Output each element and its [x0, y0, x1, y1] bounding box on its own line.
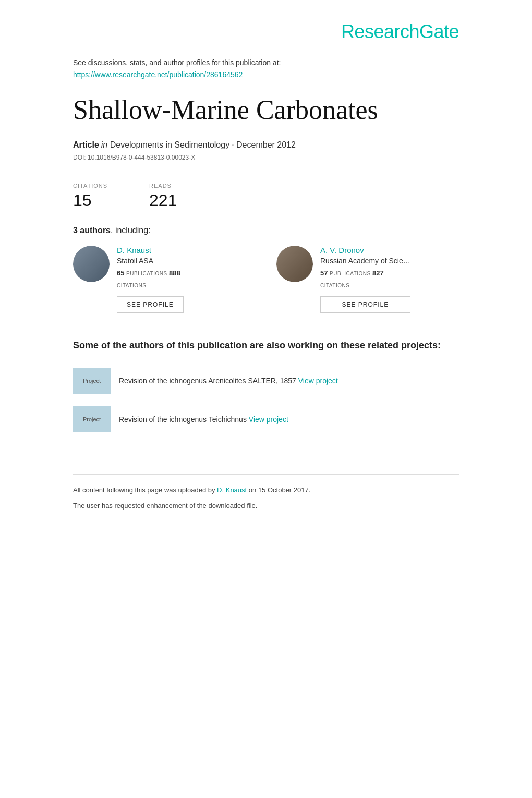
related-projects-section: Some of the authors of this publication … [73, 339, 459, 432]
project-text-2: Revision of the ichnogenus Teichichnus V… [119, 414, 288, 425]
authors-grid: D. Knaust Statoil ASA 65 PUBLICATIONS 88… [73, 246, 459, 313]
author-pub-label-1: PUBLICATIONS [126, 271, 169, 276]
intro-section: See discussions, stats, and author profi… [73, 58, 459, 79]
author-cite-row-1: CITATIONS [117, 281, 184, 289]
author-name-2[interactable]: A. V. Dronov [320, 246, 410, 255]
stats-row: CITATIONS 15 READS 221 [73, 183, 459, 210]
author-avatar-2 [276, 246, 313, 282]
authors-suffix: , including: [111, 226, 151, 235]
footer: All content following this page was uplo… [73, 474, 459, 511]
researchgate-logo: ResearchGate [341, 21, 459, 42]
author-stats-1: 65 PUBLICATIONS 888 [117, 269, 184, 277]
author-cite-label-2: CITATIONS [320, 283, 349, 288]
footer-upload-date: on 15 October 2017. [249, 486, 311, 494]
avatar-image-1 [73, 246, 110, 282]
project-text-1: Revision of the ichnogenus Arenicolites … [119, 376, 338, 386]
project-item-2: Project Revision of the ichnogenus Teich… [73, 406, 459, 432]
author-cite-count-2: 827 [372, 269, 384, 277]
author-avatar-1 [73, 246, 110, 282]
footer-upload-text: All content following this page was uplo… [73, 486, 215, 494]
doi-text: DOI: 10.1016/B978-0-444-53813-0.00023-X [73, 154, 459, 161]
author-cite-row-2: CITATIONS [320, 281, 410, 289]
citations-value: 15 [73, 191, 107, 210]
author-card-2: A. V. Dronov Russian Academy of Scie… 57… [276, 246, 459, 313]
author-pub-count-2: 57 [320, 269, 328, 277]
citations-label: CITATIONS [73, 183, 107, 189]
author-info-2: A. V. Dronov Russian Academy of Scie… 57… [320, 246, 410, 313]
project-desc-1: Revision of the ichnogenus Arenicolites … [119, 377, 296, 385]
project-link-1[interactable]: View project [298, 377, 338, 385]
author-stats-2: 57 PUBLICATIONS 827 [320, 269, 410, 277]
article-date-value: December 2012 [236, 140, 296, 149]
authors-count: 3 authors [73, 226, 111, 235]
article-journal: Developments in Sedimentology [110, 140, 229, 149]
author-pub-count-1: 65 [117, 269, 124, 277]
article-in: in [101, 140, 110, 149]
reads-value: 221 [149, 191, 177, 210]
author-info-1: D. Knaust Statoil ASA 65 PUBLICATIONS 88… [117, 246, 184, 313]
paper-title: Shallow-Marine Carbonates [73, 95, 459, 125]
project-item-1: Project Revision of the ichnogenus Areni… [73, 368, 459, 394]
project-badge-1: Project [73, 368, 111, 394]
author-cite-count-1: 888 [169, 269, 180, 277]
intro-text: See discussions, stats, and author profi… [73, 58, 459, 67]
projects-list: Project Revision of the ichnogenus Areni… [73, 368, 459, 432]
divider-1 [73, 172, 459, 172]
article-meta: Article in Developments in Sedimentology… [73, 140, 459, 150]
reads-block: READS 221 [149, 183, 177, 210]
article-date: · [232, 140, 236, 149]
related-projects-heading: Some of the authors of this publication … [73, 339, 459, 352]
reads-label: READS [149, 183, 177, 189]
citations-block: CITATIONS 15 [73, 183, 107, 210]
author-cite-label-1: CITATIONS [117, 283, 146, 288]
avatar-image-2 [276, 246, 313, 282]
project-link-2[interactable]: View project [249, 415, 288, 424]
footer-upload-line: All content following this page was uplo… [73, 485, 459, 495]
author-card-1: D. Knaust Statoil ASA 65 PUBLICATIONS 88… [73, 246, 256, 313]
see-profile-button-1[interactable]: SEE PROFILE [117, 296, 184, 313]
see-profile-button-2[interactable]: SEE PROFILE [320, 296, 410, 313]
article-type: Article [73, 140, 99, 149]
project-badge-2: Project [73, 406, 111, 432]
author-affiliation-2: Russian Academy of Scie… [320, 257, 410, 265]
project-desc-2: Revision of the ichnogenus Teichichnus [119, 415, 247, 424]
author-pub-label-2: PUBLICATIONS [330, 271, 372, 276]
publication-link[interactable]: https://www.researchgate.net/publication… [73, 70, 243, 79]
footer-uploader-link[interactable]: D. Knaust [217, 486, 247, 494]
authors-heading: 3 authors, including: [73, 226, 459, 235]
header: ResearchGate [73, 21, 459, 43]
author-affiliation-1: Statoil ASA [117, 257, 184, 265]
author-name-1[interactable]: D. Knaust [117, 246, 184, 255]
footer-enhancement-text: The user has requested enhancement of th… [73, 501, 459, 511]
